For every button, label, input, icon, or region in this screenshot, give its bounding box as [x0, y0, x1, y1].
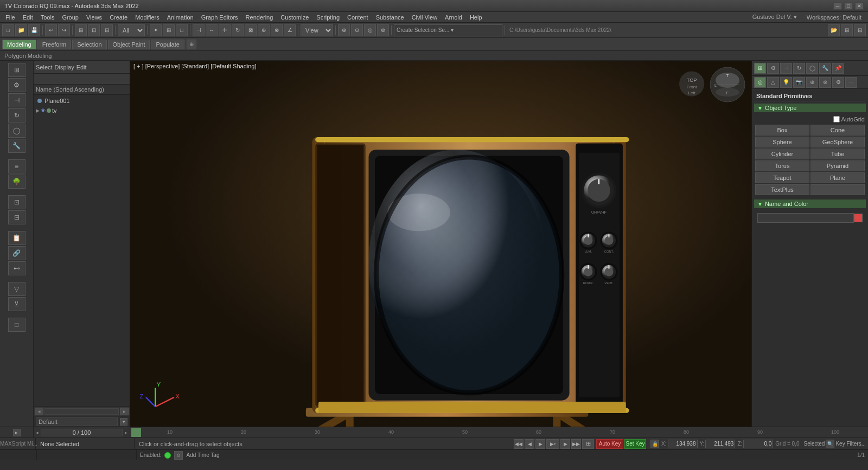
- close-button[interactable]: ✕: [855, 2, 864, 10]
- y-coord-input[interactable]: [705, 440, 735, 448]
- box-icon[interactable]: □: [8, 318, 25, 332]
- scroll-left-button[interactable]: ◂: [35, 408, 43, 415]
- key-filters-label[interactable]: Key Filters...: [835, 441, 866, 447]
- layers-icon[interactable]: ≡: [8, 159, 25, 173]
- prim-torus-button[interactable]: Torus: [755, 160, 809, 171]
- path-btn2[interactable]: ⊞: [841, 24, 853, 36]
- minimize-button[interactable]: ─: [833, 2, 842, 10]
- tab-freeform[interactable]: Freeform: [37, 40, 72, 49]
- maximize-button[interactable]: □: [844, 2, 853, 10]
- motion-panel-icon[interactable]: ↻: [793, 63, 805, 74]
- spacewarps-icon[interactable]: ⊗: [819, 77, 831, 88]
- menu-arnold[interactable]: Arnold: [442, 13, 465, 22]
- last-frame-button[interactable]: ▶▶: [571, 439, 581, 449]
- select-all-button[interactable]: ⊞: [75, 24, 87, 36]
- menu-tools[interactable]: Tools: [37, 13, 58, 22]
- play-anim-button[interactable]: ▶: [535, 439, 545, 449]
- wire-icon[interactable]: ⊷: [8, 261, 25, 275]
- funnel-icon[interactable]: ⊻: [8, 297, 25, 311]
- shapes-icon[interactable]: △: [767, 77, 779, 88]
- viewport[interactable]: [ + ] [Perspective] [Standard] [Default …: [130, 61, 751, 427]
- pin-icon[interactable]: 📌: [832, 63, 844, 74]
- scroll-right-button[interactable]: ▸: [120, 408, 129, 415]
- prim-cylinder-button[interactable]: Cylinder: [755, 149, 809, 159]
- view-dropdown[interactable]: View: [301, 24, 333, 36]
- menu-rendering[interactable]: Rendering: [242, 13, 277, 22]
- menu-help[interactable]: Help: [467, 13, 486, 22]
- angle-snap-button[interactable]: ∠: [284, 24, 296, 36]
- open-button[interactable]: 📁: [15, 24, 27, 36]
- scene-menu-edit[interactable]: Edit: [76, 64, 87, 70]
- prim-geosphere-button[interactable]: GeoSphere: [810, 137, 865, 147]
- add-time-tag-label[interactable]: Add Time Tag: [186, 452, 219, 458]
- render2-button[interactable]: ◎: [364, 24, 376, 36]
- frame-display[interactable]: 0 / 100: [41, 429, 123, 436]
- menu-edit[interactable]: Edit: [20, 13, 36, 22]
- cameras-icon[interactable]: 📷: [793, 77, 805, 88]
- utilities-icon[interactable]: 🔧: [8, 139, 25, 153]
- lights-icon[interactable]: 💡: [780, 77, 792, 88]
- select2-button[interactable]: ⊞: [163, 24, 175, 36]
- scene-explorer-icon[interactable]: 🌳: [8, 175, 25, 189]
- move-button[interactable]: ✛: [219, 24, 231, 36]
- time-config-button[interactable]: ⊞: [582, 439, 594, 449]
- menu-graph-editors[interactable]: Graph Editors: [198, 13, 241, 22]
- prim-plane-button[interactable]: Plane: [810, 172, 865, 183]
- render-button[interactable]: ⊙: [351, 24, 363, 36]
- geometry-icon[interactable]: ◎: [754, 77, 766, 88]
- menu-civil-view[interactable]: Civil View: [409, 13, 441, 22]
- utilities-panel-icon[interactable]: 🔧: [819, 63, 831, 74]
- first-frame-button[interactable]: ◀◀: [514, 439, 524, 449]
- prim-box-button[interactable]: Box: [755, 125, 809, 136]
- scene-menu-display[interactable]: Display: [55, 64, 74, 70]
- prim-pyramid-button[interactable]: Pyramid: [810, 160, 865, 171]
- filter-icon[interactable]: ▽: [8, 282, 25, 296]
- select-button[interactable]: ⊡: [88, 24, 100, 36]
- menu-views[interactable]: Views: [83, 13, 105, 22]
- layer-button[interactable]: ⊛: [338, 24, 350, 36]
- default-layer-dropdown[interactable]: Default: [36, 417, 118, 426]
- horizontal-scrollbar[interactable]: [44, 408, 119, 415]
- object-type-header[interactable]: ▼ Object Type: [754, 104, 866, 112]
- render3-button[interactable]: ⊚: [377, 24, 389, 36]
- undo-button[interactable]: ↩: [45, 24, 57, 36]
- named-sel-icon[interactable]: ⊟: [8, 210, 25, 224]
- expand-timeline-button[interactable]: ▸: [13, 429, 21, 436]
- scene-scrollbar[interactable]: ◂ ▸: [34, 406, 130, 416]
- create-selection-dropdown[interactable]: Create Selection Se... ▾: [394, 24, 502, 36]
- prim-tube-button[interactable]: Tube: [810, 149, 865, 159]
- mirror-button[interactable]: ⊣: [193, 24, 205, 36]
- z-coord-input[interactable]: [743, 440, 773, 448]
- menu-modifiers[interactable]: Modifiers: [132, 13, 163, 22]
- create-panel-icon[interactable]: ⊞: [754, 63, 766, 74]
- menu-content[interactable]: Content: [344, 13, 372, 22]
- scene-search-input[interactable]: [34, 74, 130, 85]
- tab-selection[interactable]: Selection: [72, 40, 106, 49]
- layer-settings-button[interactable]: ▾: [120, 418, 127, 426]
- extras-icon[interactable]: ⋯: [845, 77, 857, 88]
- helpers-icon[interactable]: ⊕: [806, 77, 818, 88]
- lock-axes-button[interactable]: 🔒: [650, 440, 659, 448]
- timeline-track[interactable]: 10 20 30 40 50 60 70 80 90 100: [130, 427, 868, 437]
- systems-icon[interactable]: ⚙: [832, 77, 844, 88]
- scale-button[interactable]: ⊠: [245, 24, 257, 36]
- next-key-button[interactable]: ▶: [560, 439, 570, 449]
- search-icon[interactable]: 🔍: [826, 440, 834, 448]
- menu-customize[interactable]: Customize: [277, 13, 312, 22]
- color-swatch[interactable]: [854, 214, 863, 222]
- display-panel-icon[interactable]: ◯: [806, 63, 818, 74]
- prim-sphere-button[interactable]: Sphere: [755, 137, 809, 147]
- save-button[interactable]: 💾: [28, 24, 40, 36]
- prim-textplus-button[interactable]: TextPlus: [755, 184, 809, 195]
- auto-key-button[interactable]: Auto Key: [596, 439, 623, 449]
- select-obj-button[interactable]: ✦: [150, 24, 162, 36]
- name-input[interactable]: [757, 213, 854, 223]
- prim-teapot-button[interactable]: Teapot: [755, 172, 809, 183]
- set-key-button[interactable]: Set Key: [624, 439, 646, 449]
- select3-button[interactable]: □: [176, 24, 188, 36]
- hierarchy-icon[interactable]: ⊣: [8, 93, 25, 107]
- select-region-button[interactable]: ⊟: [101, 24, 113, 36]
- modify-icon[interactable]: ⚙: [8, 78, 25, 92]
- modify-panel-icon[interactable]: ⚙: [767, 63, 779, 74]
- prev-key-button[interactable]: ◀: [525, 439, 534, 449]
